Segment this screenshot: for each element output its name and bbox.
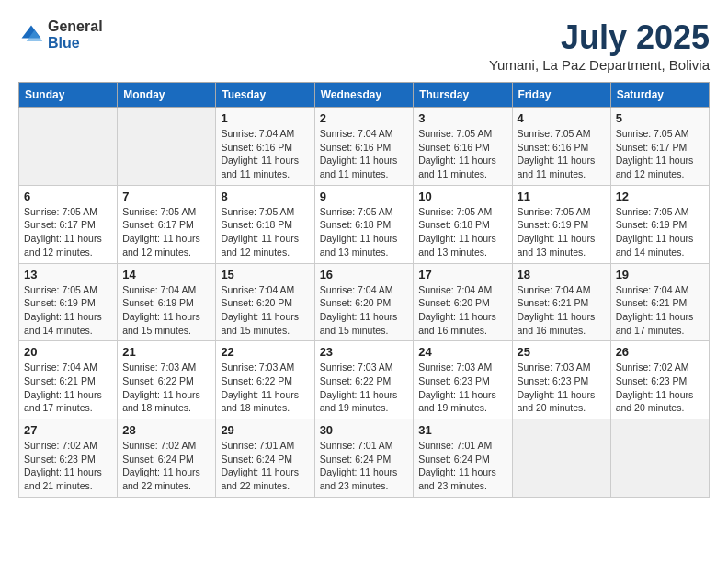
- day-number: 25: [518, 345, 606, 359]
- day-info: Sunrise: 7:03 AM Sunset: 6:23 PM Dayligh…: [518, 361, 606, 415]
- calendar-cell: 24Sunrise: 7:03 AM Sunset: 6:23 PM Dayli…: [414, 341, 512, 419]
- title-area: July 2025 Yumani, La Paz Department, Bol…: [489, 18, 710, 73]
- day-number: 17: [418, 268, 506, 282]
- calendar-cell: 27Sunrise: 7:02 AM Sunset: 6:23 PM Dayli…: [19, 419, 118, 498]
- day-number: 21: [122, 345, 210, 359]
- day-info: Sunrise: 7:01 AM Sunset: 6:24 PM Dayligh…: [418, 439, 506, 493]
- calendar-cell: 4Sunrise: 7:05 AM Sunset: 6:16 PM Daylig…: [512, 108, 610, 186]
- calendar-cell: 12Sunrise: 7:05 AM Sunset: 6:19 PM Dayli…: [610, 185, 709, 263]
- weekday-header-thursday: Thursday: [414, 83, 512, 108]
- calendar-cell: 8Sunrise: 7:05 AM Sunset: 6:18 PM Daylig…: [216, 185, 314, 263]
- day-number: 22: [221, 345, 309, 359]
- calendar-cell: [19, 108, 118, 186]
- day-info: Sunrise: 7:04 AM Sunset: 6:21 PM Dayligh…: [518, 283, 606, 338]
- day-number: 28: [122, 423, 210, 437]
- day-number: 11: [518, 190, 606, 203]
- day-number: 26: [616, 345, 704, 359]
- day-number: 7: [122, 190, 210, 203]
- day-info: Sunrise: 7:01 AM Sunset: 6:24 PM Dayligh…: [221, 439, 309, 493]
- day-info: Sunrise: 7:05 AM Sunset: 6:17 PM Dayligh…: [24, 205, 112, 259]
- day-number: 14: [122, 268, 210, 282]
- day-number: 2: [320, 111, 409, 125]
- day-info: Sunrise: 7:04 AM Sunset: 6:16 PM Dayligh…: [221, 127, 309, 181]
- day-number: 15: [221, 268, 309, 282]
- day-number: 23: [320, 345, 409, 359]
- calendar-cell: 22Sunrise: 7:03 AM Sunset: 6:22 PM Dayli…: [216, 341, 314, 419]
- day-number: 30: [320, 423, 409, 437]
- day-info: Sunrise: 7:04 AM Sunset: 6:20 PM Dayligh…: [418, 283, 506, 338]
- day-number: 4: [518, 111, 606, 125]
- calendar-cell: 28Sunrise: 7:02 AM Sunset: 6:24 PM Dayli…: [118, 419, 216, 498]
- calendar-cell: 29Sunrise: 7:01 AM Sunset: 6:24 PM Dayli…: [216, 419, 314, 498]
- calendar-cell: 2Sunrise: 7:04 AM Sunset: 6:16 PM Daylig…: [314, 108, 414, 186]
- day-number: 12: [616, 190, 704, 203]
- day-number: 1: [221, 111, 309, 125]
- weekday-header-friday: Friday: [512, 83, 610, 108]
- calendar-cell: 31Sunrise: 7:01 AM Sunset: 6:24 PM Dayli…: [414, 419, 512, 498]
- weekday-header-sunday: Sunday: [19, 83, 118, 108]
- calendar-cell: 3Sunrise: 7:05 AM Sunset: 6:16 PM Daylig…: [414, 108, 512, 186]
- weekday-header-monday: Monday: [118, 83, 216, 108]
- day-info: Sunrise: 7:02 AM Sunset: 6:23 PM Dayligh…: [616, 361, 704, 415]
- calendar-cell: 5Sunrise: 7:05 AM Sunset: 6:17 PM Daylig…: [610, 108, 709, 186]
- calendar-cell: 11Sunrise: 7:05 AM Sunset: 6:19 PM Dayli…: [512, 185, 610, 263]
- day-info: Sunrise: 7:04 AM Sunset: 6:20 PM Dayligh…: [320, 283, 409, 338]
- day-number: 3: [418, 111, 506, 125]
- day-number: 5: [616, 111, 704, 125]
- logo-icon: [18, 22, 44, 48]
- day-number: 9: [320, 190, 409, 203]
- day-number: 27: [24, 423, 112, 437]
- day-info: Sunrise: 7:03 AM Sunset: 6:23 PM Dayligh…: [418, 361, 506, 415]
- day-info: Sunrise: 7:02 AM Sunset: 6:24 PM Dayligh…: [122, 439, 210, 493]
- calendar-cell: 30Sunrise: 7:01 AM Sunset: 6:24 PM Dayli…: [314, 419, 414, 498]
- calendar-cell: [118, 108, 216, 186]
- weekday-header-tuesday: Tuesday: [216, 83, 314, 108]
- logo-blue-text: Blue: [48, 35, 103, 52]
- calendar-cell: 21Sunrise: 7:03 AM Sunset: 6:22 PM Dayli…: [118, 341, 216, 419]
- calendar-week-1: 1Sunrise: 7:04 AM Sunset: 6:16 PM Daylig…: [19, 108, 710, 186]
- day-number: 18: [518, 268, 606, 282]
- day-info: Sunrise: 7:05 AM Sunset: 6:18 PM Dayligh…: [221, 205, 309, 259]
- day-info: Sunrise: 7:04 AM Sunset: 6:21 PM Dayligh…: [24, 361, 112, 415]
- day-info: Sunrise: 7:04 AM Sunset: 6:21 PM Dayligh…: [616, 283, 704, 338]
- day-info: Sunrise: 7:05 AM Sunset: 6:18 PM Dayligh…: [320, 205, 409, 259]
- day-info: Sunrise: 7:04 AM Sunset: 6:16 PM Dayligh…: [320, 127, 409, 181]
- calendar-cell: 23Sunrise: 7:03 AM Sunset: 6:22 PM Dayli…: [314, 341, 414, 419]
- day-info: Sunrise: 7:03 AM Sunset: 6:22 PM Dayligh…: [221, 361, 309, 415]
- weekday-header-row: SundayMondayTuesdayWednesdayThursdayFrid…: [19, 83, 710, 108]
- weekday-header-wednesday: Wednesday: [314, 83, 414, 108]
- calendar-cell: 13Sunrise: 7:05 AM Sunset: 6:19 PM Dayli…: [19, 263, 118, 341]
- day-info: Sunrise: 7:02 AM Sunset: 6:23 PM Dayligh…: [24, 439, 112, 493]
- calendar-week-4: 20Sunrise: 7:04 AM Sunset: 6:21 PM Dayli…: [19, 341, 710, 419]
- day-info: Sunrise: 7:05 AM Sunset: 6:19 PM Dayligh…: [518, 205, 606, 259]
- calendar-week-2: 6Sunrise: 7:05 AM Sunset: 6:17 PM Daylig…: [19, 185, 710, 263]
- logo-general-text: General: [48, 18, 103, 35]
- calendar-cell: 26Sunrise: 7:02 AM Sunset: 6:23 PM Dayli…: [610, 341, 709, 419]
- day-info: Sunrise: 7:05 AM Sunset: 6:18 PM Dayligh…: [418, 205, 506, 259]
- day-number: 31: [418, 423, 506, 437]
- calendar-cell: 14Sunrise: 7:04 AM Sunset: 6:19 PM Dayli…: [118, 263, 216, 341]
- calendar-table: SundayMondayTuesdayWednesdayThursdayFrid…: [18, 82, 710, 498]
- calendar-week-5: 27Sunrise: 7:02 AM Sunset: 6:23 PM Dayli…: [19, 419, 710, 498]
- day-number: 6: [24, 190, 112, 203]
- calendar-cell: 1Sunrise: 7:04 AM Sunset: 6:16 PM Daylig…: [216, 108, 314, 186]
- day-info: Sunrise: 7:05 AM Sunset: 6:19 PM Dayligh…: [616, 205, 704, 259]
- day-number: 19: [616, 268, 704, 282]
- day-info: Sunrise: 7:04 AM Sunset: 6:19 PM Dayligh…: [122, 283, 210, 338]
- calendar-cell: 17Sunrise: 7:04 AM Sunset: 6:20 PM Dayli…: [414, 263, 512, 341]
- calendar-cell: 16Sunrise: 7:04 AM Sunset: 6:20 PM Dayli…: [314, 263, 414, 341]
- calendar-cell: 10Sunrise: 7:05 AM Sunset: 6:18 PM Dayli…: [414, 185, 512, 263]
- calendar-week-3: 13Sunrise: 7:05 AM Sunset: 6:19 PM Dayli…: [19, 263, 710, 341]
- day-number: 24: [418, 345, 506, 359]
- day-info: Sunrise: 7:05 AM Sunset: 6:16 PM Dayligh…: [418, 127, 506, 181]
- day-info: Sunrise: 7:05 AM Sunset: 6:17 PM Dayligh…: [616, 127, 704, 181]
- location-subtitle: Yumani, La Paz Department, Bolivia: [489, 57, 710, 73]
- day-number: 29: [221, 423, 309, 437]
- day-number: 8: [221, 190, 309, 203]
- calendar-cell: [512, 419, 610, 498]
- calendar-cell: 18Sunrise: 7:04 AM Sunset: 6:21 PM Dayli…: [512, 263, 610, 341]
- calendar-cell: 7Sunrise: 7:05 AM Sunset: 6:17 PM Daylig…: [118, 185, 216, 263]
- day-number: 10: [418, 190, 506, 203]
- calendar-cell: 20Sunrise: 7:04 AM Sunset: 6:21 PM Dayli…: [19, 341, 118, 419]
- calendar-cell: [610, 419, 709, 498]
